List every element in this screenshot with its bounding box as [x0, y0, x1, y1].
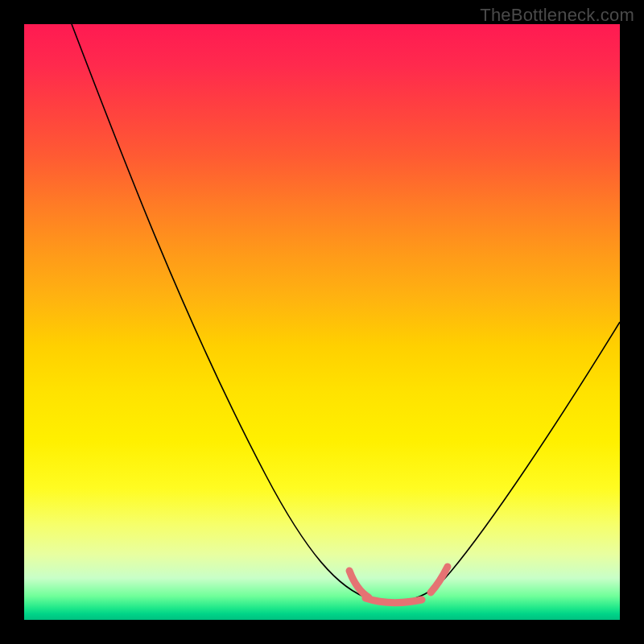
chart-frame: TheBottleneck.com	[0, 0, 644, 644]
highlight-right	[431, 567, 448, 592]
curve-svg	[24, 24, 620, 620]
highlight-left	[349, 571, 369, 597]
plot-area	[24, 24, 620, 620]
highlight-bottom	[365, 598, 422, 603]
watermark-text: TheBottleneck.com	[480, 5, 634, 26]
bottleneck-curve	[72, 24, 620, 601]
